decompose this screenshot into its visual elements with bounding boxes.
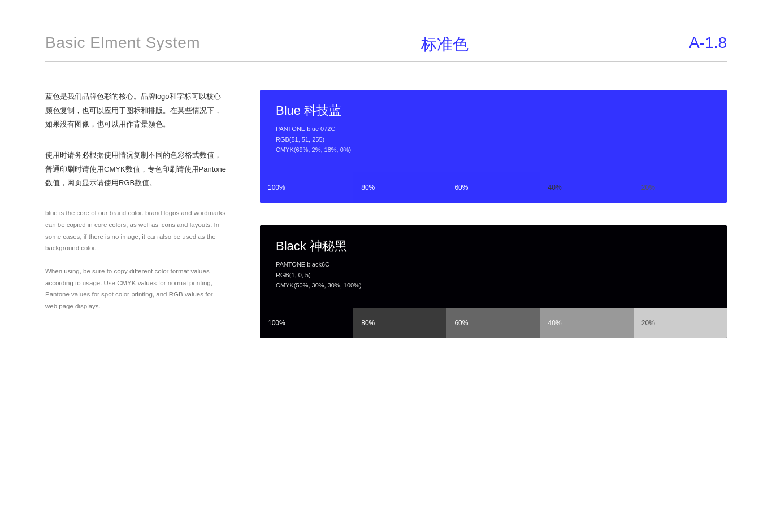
footer-divider bbox=[45, 498, 727, 498]
left-column: 蓝色是我们品牌色彩的核心。品牌logo和字标可以核心颜色复制，也可以应用于图标和… bbox=[45, 90, 226, 464]
blue-swatch-20: 20% bbox=[634, 172, 727, 203]
blue-color-card: Blue 科技蓝 PANTONE blue 072C RGB(51, 51, 2… bbox=[260, 90, 727, 203]
desc-zh-2: 使用时请务必根据使用情况复制不同的色彩格式数值，普通印刷时请使用CMYK数值，专… bbox=[45, 149, 226, 190]
blue-card-pantone: PANTONE blue 072C bbox=[276, 124, 711, 134]
blue-card-name: Blue 科技蓝 bbox=[276, 102, 711, 119]
black-card-pantone: PANTONE black6C bbox=[276, 259, 711, 270]
black-swatch-80: 80% bbox=[353, 308, 446, 338]
header-divider bbox=[45, 61, 727, 62]
desc-en-2: When using, be sure to copy different co… bbox=[45, 265, 226, 312]
blue-card-header: Blue 科技蓝 PANTONE blue 072C RGB(51, 51, 2… bbox=[260, 90, 727, 172]
black-card-rgb: RGB(1, 0, 5) bbox=[276, 270, 711, 281]
main-content: 蓝色是我们品牌色彩的核心。品牌logo和字标可以核心颜色复制，也可以应用于图标和… bbox=[45, 90, 727, 464]
desc-en-1: blue is the core of our brand color. bra… bbox=[45, 207, 226, 254]
right-column: Blue 科技蓝 PANTONE blue 072C RGB(51, 51, 2… bbox=[260, 90, 727, 464]
black-card-cmyk: CMYK(50%, 30%, 30%, 100%) bbox=[276, 280, 711, 291]
blue-swatch-80: 80% bbox=[353, 172, 446, 203]
header-page-number: A-1.8 bbox=[689, 34, 727, 52]
black-swatches-row: 100% 80% 60% 40% 20% bbox=[260, 308, 727, 338]
blue-swatch-40: 40% bbox=[540, 172, 634, 203]
black-card-name: Black 神秘黑 bbox=[276, 238, 711, 255]
blue-swatches-row: 100% 80% 60% 40% 20% bbox=[260, 172, 727, 203]
black-swatch-20: 20% bbox=[634, 308, 727, 338]
black-swatch-60: 60% bbox=[446, 308, 540, 338]
page: Basic Elment System 标准色 A-1.8 蓝色是我们品牌色彩的… bbox=[0, 0, 772, 532]
header: Basic Elment System 标准色 A-1.8 bbox=[45, 34, 727, 55]
blue-card-rgb: RGB(51, 51, 255) bbox=[276, 134, 711, 145]
blue-swatch-100: 100% bbox=[260, 172, 353, 203]
black-color-card: Black 神秘黑 PANTONE black6C RGB(1, 0, 5) C… bbox=[260, 225, 727, 338]
blue-card-cmyk: CMYK(69%, 2%, 18%, 0%) bbox=[276, 145, 711, 155]
black-card-header: Black 神秘黑 PANTONE black6C RGB(1, 0, 5) C… bbox=[260, 225, 727, 308]
header-title: Basic Elment System bbox=[45, 34, 200, 52]
blue-swatch-60: 60% bbox=[446, 172, 540, 203]
black-swatch-100: 100% bbox=[260, 308, 353, 338]
header-subtitle: 标准色 bbox=[421, 34, 469, 55]
desc-zh-1: 蓝色是我们品牌色彩的核心。品牌logo和字标可以核心颜色复制，也可以应用于图标和… bbox=[45, 90, 226, 132]
black-swatch-40: 40% bbox=[540, 308, 634, 338]
